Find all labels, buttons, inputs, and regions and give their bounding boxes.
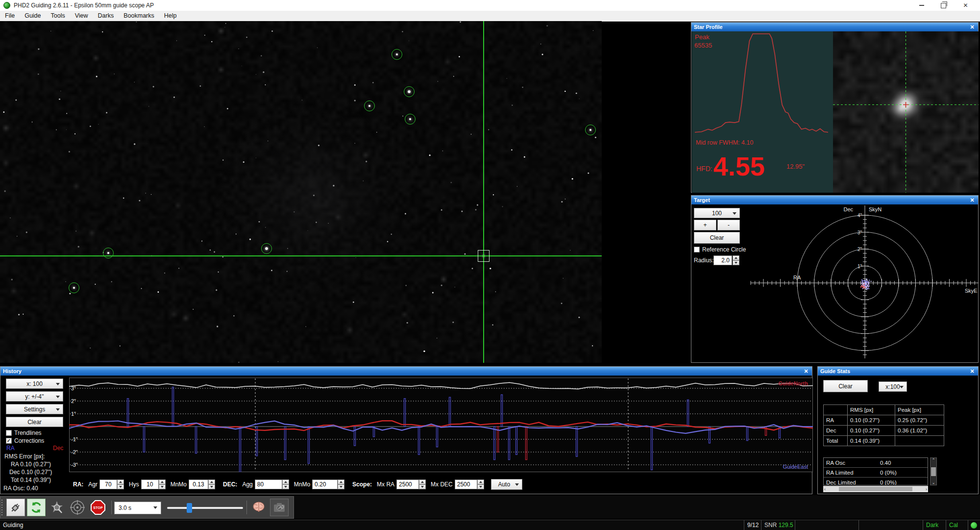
dec-limited-value: 0 (0%) <box>878 480 897 485</box>
ra-minmove-input[interactable] <box>189 480 208 489</box>
menu-view[interactable]: View <box>70 11 93 21</box>
history-settings-dropdown[interactable]: Settings <box>6 404 63 414</box>
stats-horizontal-scrollbar[interactable]: ‹ › <box>823 486 928 492</box>
dim-slider[interactable] <box>167 502 243 514</box>
history-yscale-dropdown[interactable]: y: +/-4'' <box>6 391 63 402</box>
camera-settings-button[interactable] <box>270 499 289 516</box>
status-spacer <box>858 520 923 530</box>
stats-xscale-dropdown[interactable]: x:100 <box>879 381 907 392</box>
menu-bookmarks[interactable]: Bookmarks <box>119 11 159 21</box>
dec-section-label: DEC: <box>223 481 237 488</box>
target-close-icon[interactable]: ✕ <box>968 196 976 204</box>
dec-aggression-spinner[interactable] <box>282 480 289 489</box>
ra-aggression-input[interactable] <box>99 480 117 489</box>
history-close-icon[interactable]: ✕ <box>802 367 810 376</box>
minimize-button[interactable] <box>910 0 932 11</box>
ra-osc: RA Osc: 0.40 <box>3 485 38 492</box>
restore-button[interactable] <box>932 0 955 11</box>
phd2-app-icon <box>3 2 10 9</box>
dec-minmove-spinner[interactable] <box>338 480 344 489</box>
corrections-label: Corrections <box>14 437 44 444</box>
mxra-label: Mx RA <box>377 481 394 488</box>
exposure-select[interactable]: 3.0 s <box>114 502 161 514</box>
rms-total: Tot 0.14 (0.39'') <box>11 477 51 483</box>
stop-button[interactable]: STOP <box>89 499 107 516</box>
guide-camera-image[interactable] <box>0 21 602 363</box>
hfd-arcsec: 12.95" <box>786 163 805 170</box>
list-item: Dec Limited 0 (0%) <box>824 478 928 485</box>
max-dec-spinner[interactable] <box>477 480 484 489</box>
menu-darks[interactable]: Darks <box>93 11 119 21</box>
history-clear-button[interactable]: Clear <box>6 417 63 427</box>
corrections-checkbox[interactable]: ✓ <box>6 438 12 444</box>
dec-peak-value: 0.36 (1.02'') <box>895 426 944 436</box>
agg-label: Agg <box>242 481 252 488</box>
ra-hysteresis-spinner[interactable] <box>159 480 166 489</box>
scroll-down-icon[interactable]: ⌄ <box>932 480 935 485</box>
svg-text:1": 1" <box>858 264 862 269</box>
menu-tools[interactable]: Tools <box>46 11 70 21</box>
scroll-right-icon[interactable]: › <box>926 487 927 492</box>
total-rms-value: 0.14 (0.39'') <box>848 436 895 446</box>
guide-stats-close-icon[interactable]: ✕ <box>968 367 976 376</box>
connect-equipment-button[interactable] <box>6 499 25 516</box>
scroll-left-icon[interactable]: ‹ <box>824 487 826 492</box>
slider-handle[interactable] <box>187 503 192 513</box>
total-peak-value <box>895 436 944 446</box>
rms-ra: RA 0.10 (0.27'') <box>11 461 51 468</box>
guide-parameter-controls: RA: Agr Hys MnMo DEC: Agg MnMo Scope: Mx… <box>73 478 522 491</box>
svg-text:2": 2" <box>858 247 862 252</box>
max-ra-spinner[interactable] <box>419 480 426 489</box>
history-xscale-dropdown[interactable]: x: 100 <box>6 379 63 389</box>
menu-help[interactable]: Help <box>159 11 182 21</box>
scroll-thumb[interactable] <box>931 467 936 476</box>
rms-error-header: RMS Error [px]: <box>4 453 45 460</box>
slider-track[interactable] <box>167 507 243 509</box>
toolbar-drag-handle[interactable] <box>1 500 2 516</box>
snr-label: SNR <box>764 522 777 529</box>
close-button[interactable]: ✕ <box>955 0 977 11</box>
stats-clear-button[interactable]: Clear <box>823 380 868 392</box>
svg-text:RA: RA <box>793 275 801 280</box>
dec-legend: Dec <box>53 445 63 452</box>
window-titlebar: PHD2 Guiding 2.6.11 - Epsilon 50mm guide… <box>0 0 980 11</box>
auto-select-star-button[interactable] <box>48 499 66 516</box>
list-item: RA Osc 0.40 <box>824 458 928 468</box>
svg-text:3": 3" <box>858 230 862 235</box>
menu-file[interactable]: File <box>0 11 20 21</box>
header-peak: Peak [px] <box>895 405 944 415</box>
menu-bar: File Guide Tools View Darks Bookmarks He… <box>0 11 980 22</box>
stats-vertical-scrollbar[interactable]: ⌃ ⌄ <box>930 457 937 485</box>
star-profile-close-icon[interactable]: ✕ <box>968 23 976 31</box>
ra-limited-label: RA Limited <box>824 470 878 476</box>
row-dec-label: Dec <box>824 426 848 436</box>
scroll-up-icon[interactable]: ⌃ <box>932 458 935 462</box>
trendlines-checkbox[interactable] <box>6 430 12 436</box>
restore-icon <box>941 3 946 8</box>
ra-hysteresis-input[interactable] <box>141 480 159 489</box>
begin-guiding-button[interactable] <box>68 499 87 516</box>
guide-star-circle <box>364 101 375 111</box>
target-panel: Target ✕ 100 + - Clear Reference Circle … <box>691 195 979 363</box>
peak-value: 65535 <box>694 42 712 49</box>
ra-mnmo-label: MnMo <box>171 481 187 488</box>
dec-mode-dropdown[interactable]: Auto <box>491 479 522 490</box>
loop-exposures-button[interactable] <box>27 499 46 516</box>
ra-aggression-spinner[interactable] <box>117 480 124 489</box>
max-ra-input[interactable] <box>396 480 419 489</box>
menu-guide[interactable]: Guide <box>20 11 46 21</box>
dec-minmove-input[interactable] <box>312 480 338 489</box>
scroll-thumb[interactable] <box>839 487 912 491</box>
ra-minmove-spinner[interactable] <box>208 480 215 489</box>
guide-history-graph: 3"2"1"-1"-2"-3"GuideNorthGuideEast <box>69 378 813 472</box>
dec-aggression-input[interactable] <box>255 480 282 489</box>
dark-indicator: Dark <box>923 520 946 530</box>
header-rms: RMS [px] <box>848 405 895 415</box>
minimize-icon <box>919 5 924 6</box>
guide-star-circle <box>585 125 596 135</box>
stop-sign-icon: STOP <box>91 500 105 515</box>
guiding-assistant-button[interactable] <box>249 499 268 516</box>
guide-stats-title: Guide Stats <box>818 367 978 376</box>
max-dec-input[interactable] <box>455 480 477 489</box>
star-magnifier-icon <box>49 500 64 515</box>
